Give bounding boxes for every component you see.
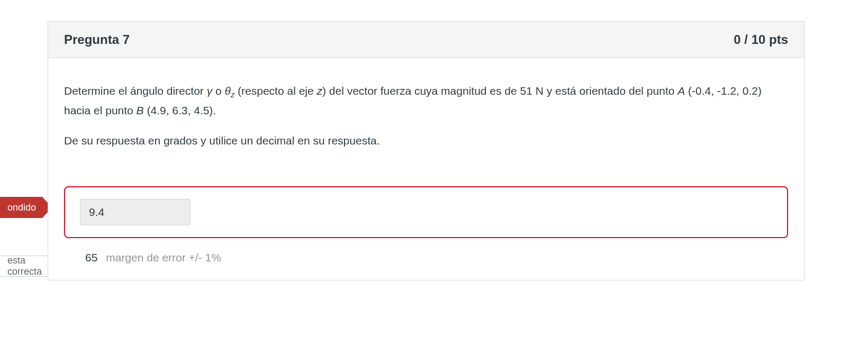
- question-body: Determine el ángulo director γ o θz (res…: [48, 58, 804, 181]
- question-title: Pregunta 7: [64, 32, 130, 47]
- tag-responded-label: ondido: [7, 202, 36, 213]
- correct-answer-value: 65: [85, 251, 97, 264]
- tag-responded: ondido: [0, 197, 42, 218]
- symbol-gamma: γ: [207, 85, 213, 97]
- axis-z: z: [317, 85, 323, 97]
- quiz-question-page: ondido esta correcta Pregunta 7 0 / 10 p…: [0, 0, 868, 345]
- margin-of-error-label: margen de error +/- 1%: [106, 251, 221, 264]
- prompt-text: o: [212, 85, 224, 97]
- point-b-coords: (4.9, 6.3, 4.5).: [144, 104, 216, 116]
- point-a-label: A: [677, 85, 685, 97]
- question-card: Pregunta 7 0 / 10 pts Determine el ángul…: [48, 21, 804, 280]
- symbol-theta: θ: [225, 85, 231, 97]
- prompt-line-2: De su respuesta en grados y utilice un d…: [64, 132, 788, 150]
- user-answer-frame: 9.4: [64, 186, 788, 238]
- question-header: Pregunta 7 0 / 10 pts: [48, 22, 804, 58]
- prompt-text: (respecto al eje: [234, 85, 317, 97]
- prompt-line-1: Determine el ángulo director γ o θz (res…: [64, 82, 788, 119]
- point-b-label: B: [137, 104, 144, 116]
- prompt-text: Determine el ángulo director: [64, 85, 207, 97]
- prompt-text: ) del vector fuerza cuya magnitud es de …: [322, 85, 677, 97]
- correct-answer-row: 65 margen de error +/- 1%: [48, 251, 804, 280]
- user-answer-value: 9.4: [80, 199, 191, 225]
- question-points: 0 / 10 pts: [734, 32, 788, 47]
